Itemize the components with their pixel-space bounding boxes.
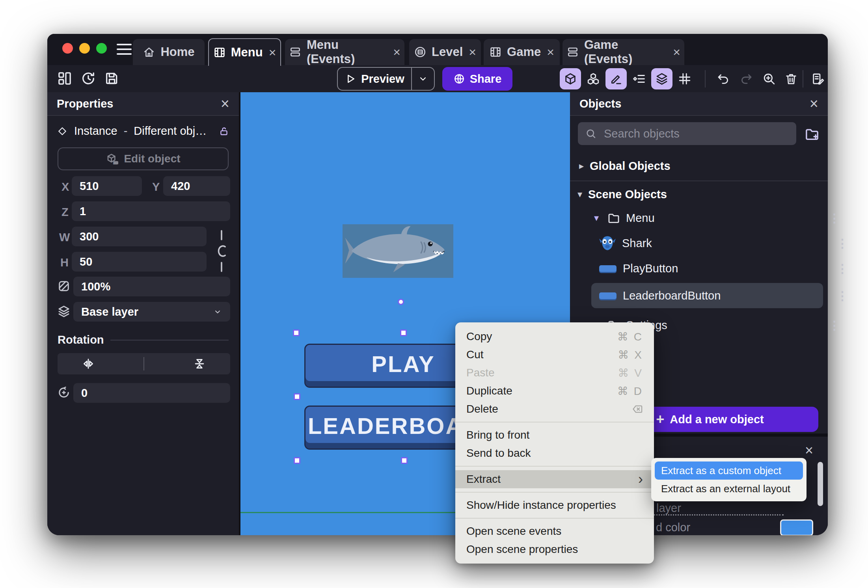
properties-panel-header: Properties × [47,92,239,116]
background-color-swatch[interactable] [780,519,813,535]
tab-game-events[interactable]: Game (Events) × [563,39,684,65]
tab-menu[interactable]: Menu × [208,38,281,66]
tab-level[interactable]: Level × [409,39,481,65]
minimize-window-button[interactable] [79,43,90,54]
w-input[interactable] [72,227,207,246]
menu-item-extract[interactable]: Extract › [455,470,654,488]
link-dimensions-toggle[interactable] [213,228,230,274]
caret-down-icon[interactable]: ▾ [575,189,585,200]
undo-button[interactable] [713,68,734,89]
object-row-shark[interactable]: Shark ⋮ [570,233,857,254]
kebab-menu-icon[interactable]: ⋮ [829,318,840,332]
preview-label: Preview [361,73,404,86]
submenu-item-extract-custom-object[interactable]: Extract as a custom object [655,461,803,480]
menu-item-shortcut: ⌘ X [618,348,643,361]
toolbar-divider [705,70,706,87]
tab-game[interactable]: Game × [484,39,560,65]
menu-item-open-scene-events[interactable]: Open scene events [455,522,654,540]
object-row-leaderboardbutton[interactable]: LeaderboardButton ⋮ [570,285,857,306]
menu-item-delete[interactable]: Delete [455,400,654,418]
menu-item-copy[interactable]: Copy ⌘ C [455,327,654,346]
selection-handle-bottom-left[interactable] [294,457,300,464]
object-row-playbutton[interactable]: PlayButton ⋮ [570,258,857,279]
zoom-button[interactable] [758,68,780,89]
preview-options-button[interactable] [412,74,434,84]
preview-button[interactable]: Preview [337,67,435,91]
z-input[interactable] [72,201,230,221]
tab-close-icon[interactable]: × [269,45,276,60]
tab-close-icon[interactable]: × [393,45,400,60]
share-button[interactable]: Share [442,67,512,91]
kebab-menu-icon[interactable]: ⋮ [836,236,848,250]
edit-scene-properties-button[interactable] [807,68,829,89]
redo-button[interactable] [736,68,757,89]
menu-item-show-hide-instance-properties[interactable]: Show/Hide instance properties [455,496,654,514]
submenu-item-extract-external-layout[interactable]: Extract as an external layout [655,480,803,498]
selection-handle-top-center[interactable] [400,329,407,336]
selection-handle-bottom-center[interactable] [401,457,408,464]
h-input[interactable] [72,252,207,272]
edit-object-button[interactable]: 2D Edit object [58,147,229,170]
close-icon[interactable]: × [221,96,229,111]
menu-item-send-to-back[interactable]: Send to back [455,444,654,462]
flip-vertical-icon[interactable] [193,357,206,370]
save-button[interactable] [104,71,121,88]
tab-close-icon[interactable]: × [673,45,680,60]
tab-close-icon[interactable]: × [469,45,476,60]
opacity-input[interactable] [73,277,230,296]
menu-item-cut[interactable]: Cut ⌘ X [455,346,654,364]
layers-icon [655,72,669,86]
caret-down-icon[interactable]: ▾ [591,212,602,223]
close-window-button[interactable] [62,43,73,54]
menu-separator [455,466,654,467]
panel-scrollbar[interactable] [818,462,823,506]
toggle-grid-button[interactable] [674,68,695,89]
rotation-input[interactable] [73,383,230,403]
kebab-menu-icon[interactable]: ⋮ [836,262,848,275]
history-icon [80,71,96,86]
toolbar-divider [803,70,803,87]
maximize-window-button[interactable] [96,43,107,54]
x-input[interactable] [72,176,142,196]
scene-objects-group[interactable]: ▾ Scene Objects [570,184,833,205]
y-input[interactable] [163,176,230,196]
menu-item-label: Duplicate [466,385,512,397]
flip-horizontal-icon[interactable] [82,357,95,370]
tab-menu-events[interactable]: Menu (Events) × [285,39,404,65]
add-folder-button[interactable] [804,126,821,143]
main-menu-icon[interactable] [117,44,132,55]
toggle-layers-panel-button[interactable] [651,68,672,89]
kebab-menu-icon[interactable]: ⋮ [836,289,848,303]
shark-sprite[interactable] [343,224,453,278]
tab-home[interactable]: Home [133,39,205,65]
close-icon[interactable]: × [810,96,818,111]
menu-item-open-scene-properties[interactable]: Open scene properties [455,540,654,558]
toggle-object-groups-button[interactable] [583,68,604,89]
caret-right-icon[interactable]: ▸ [576,160,587,171]
tab-close-icon[interactable]: × [547,45,554,60]
global-objects-group[interactable]: ▸ Global Objects [570,155,834,177]
submenu-item-label: Extract as a custom object [661,465,781,477]
rotate-handle[interactable] [398,299,404,305]
h-label: H [60,256,69,269]
delete-button[interactable] [780,68,802,89]
instance-object-label: Different obj… [134,125,207,138]
unlock-icon[interactable] [218,126,229,137]
layer-select[interactable]: Base layer [73,302,230,322]
selection-handle-mid-left[interactable] [294,393,300,400]
selection-handle-top-left[interactable] [293,329,300,336]
menu-item-bring-to-front[interactable]: Bring to front [455,426,654,444]
kebab-menu-icon[interactable]: ⋮ [829,211,840,225]
folder-row-menu[interactable]: ▾ Menu ⋮ [570,207,849,229]
toggle-instances-list-button[interactable] [628,68,650,89]
close-icon[interactable]: × [805,442,813,459]
trash-icon [784,72,798,86]
panels-layout-button[interactable] [57,71,74,88]
instance-type-label: Instance [74,125,117,138]
menu-item-duplicate[interactable]: Duplicate ⌘ D [455,382,654,400]
toggle-properties-panel-button[interactable] [605,68,627,89]
toggle-objects-panel-button[interactable] [560,68,581,89]
history-button[interactable] [80,71,98,88]
search-input[interactable] [578,122,796,145]
rotation-section-title: Rotation [58,333,104,346]
